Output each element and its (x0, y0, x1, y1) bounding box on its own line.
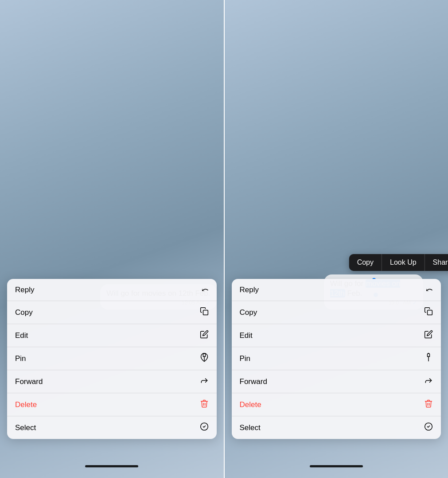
left-menu-delete-label: Delete (15, 400, 37, 409)
left-menu-forward-label: Forward (15, 377, 43, 386)
right-forward-icon (424, 376, 433, 387)
tooltip-arrow (393, 270, 400, 271)
left-forward-icon (200, 376, 209, 387)
right-select-icon (424, 422, 433, 433)
right-menu-forward[interactable]: Forward (232, 370, 441, 393)
left-home-indicator (85, 465, 138, 467)
svg-rect-4 (428, 310, 432, 315)
left-menu-pin-label: Pin (15, 354, 26, 363)
right-copy-icon (424, 307, 433, 318)
left-menu-copy-label: Copy (15, 308, 33, 317)
right-menu-select[interactable]: Select (232, 416, 441, 439)
left-context-menu: Reply ⤺ Copy Edit Pin (7, 279, 217, 439)
text-selection-tooltip: Copy Look Up Share (349, 254, 448, 271)
right-pin-icon (424, 353, 433, 364)
left-menu-select[interactable]: Select (7, 416, 217, 439)
left-reply-icon: ⤺ (202, 285, 209, 295)
svg-rect-0 (203, 310, 208, 315)
left-panel: Will go for movies on 12th Feb. 10:05 AM… (0, 0, 224, 478)
left-delete-icon (200, 399, 209, 410)
tooltip-copy-btn[interactable]: Copy (349, 254, 382, 271)
right-menu-copy-label: Copy (240, 308, 257, 317)
right-menu-delete-label: Delete (240, 400, 261, 409)
left-menu-forward[interactable]: Forward (7, 370, 217, 393)
tooltip-lookup-btn[interactable]: Look Up (382, 254, 425, 271)
left-pin-icon (200, 353, 209, 364)
left-menu-reply[interactable]: Reply ⤺ (7, 279, 217, 301)
right-menu-reply-label: Reply (240, 286, 259, 294)
panel-divider (224, 0, 225, 478)
left-edit-icon (200, 330, 209, 341)
right-delete-icon (424, 399, 433, 410)
right-menu-edit[interactable]: Edit (232, 324, 441, 347)
left-menu-reply-label: Reply (15, 286, 34, 294)
left-menu-edit[interactable]: Edit (7, 324, 217, 347)
right-menu-edit-label: Edit (240, 331, 253, 340)
right-edit-icon (424, 330, 433, 341)
right-menu-select-label: Select (240, 423, 261, 432)
left-menu-delete[interactable]: Delete (7, 393, 217, 416)
right-menu-reply[interactable]: Reply ⤺ (232, 279, 441, 301)
right-menu-copy[interactable]: Copy (232, 301, 441, 324)
right-menu-delete[interactable]: Delete (232, 393, 441, 416)
left-menu-edit-label: Edit (15, 331, 28, 340)
right-menu-pin[interactable]: Pin (232, 347, 441, 370)
left-menu-copy[interactable]: Copy (7, 301, 217, 324)
left-menu-select-label: Select (15, 423, 36, 432)
left-copy-icon (200, 307, 209, 318)
right-panel: Copy Look Up Share Will go for movies on… (225, 0, 448, 478)
right-home-indicator (310, 465, 363, 467)
tooltip-share-btn[interactable]: Share (425, 254, 448, 271)
left-select-icon (200, 422, 209, 433)
right-menu-forward-label: Forward (240, 377, 267, 386)
right-menu-pin-label: Pin (240, 354, 251, 363)
left-menu-pin[interactable]: Pin (7, 347, 217, 370)
right-reply-icon: ⤺ (426, 285, 433, 295)
right-context-menu: Reply ⤺ Copy Edit Pin (232, 279, 441, 439)
